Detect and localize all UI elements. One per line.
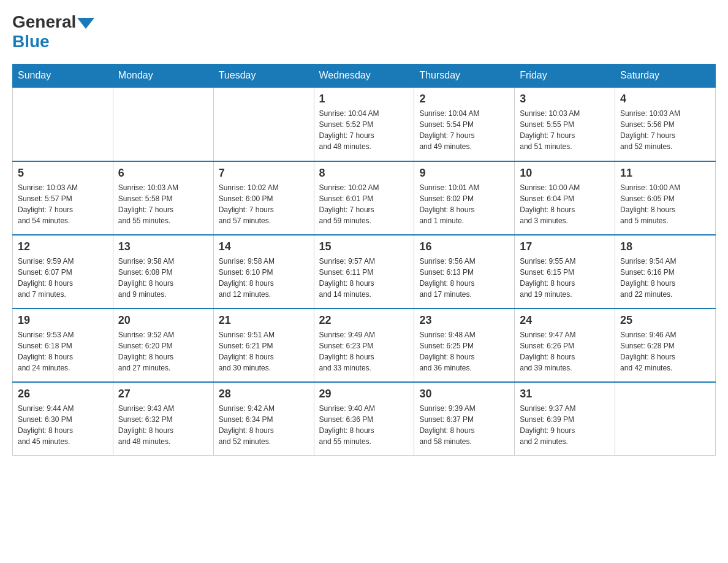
day-cell: 21Sunrise: 9:51 AMSunset: 6:21 PMDayligh… xyxy=(213,308,314,382)
logo-general: General xyxy=(12,12,76,32)
day-info: Sunrise: 10:03 AMSunset: 5:55 PMDaylight… xyxy=(520,108,610,152)
logo: General Blue xyxy=(12,12,94,52)
day-cell xyxy=(13,88,113,161)
day-number: 16 xyxy=(419,240,509,253)
day-cell xyxy=(615,382,716,456)
day-info: Sunrise: 10:04 AMSunset: 5:52 PMDaylight… xyxy=(319,108,409,152)
day-number: 18 xyxy=(620,240,710,253)
weekday-header-tuesday: Tuesday xyxy=(213,64,314,88)
day-number: 1 xyxy=(319,93,409,105)
day-info: Sunrise: 9:43 AMSunset: 6:32 PMDaylight:… xyxy=(118,403,208,447)
day-cell: 11Sunrise: 10:00 AMSunset: 6:05 PMDaylig… xyxy=(615,161,716,235)
day-number: 4 xyxy=(620,93,710,105)
weekday-header-wednesday: Wednesday xyxy=(314,64,414,88)
page-header: General Blue xyxy=(12,12,716,52)
day-info: Sunrise: 9:52 AMSunset: 6:20 PMDaylight:… xyxy=(118,329,208,373)
day-info: Sunrise: 9:59 AMSunset: 6:07 PMDaylight:… xyxy=(18,256,108,300)
day-cell: 17Sunrise: 9:55 AMSunset: 6:15 PMDayligh… xyxy=(515,235,615,308)
day-number: 11 xyxy=(620,167,710,180)
weekday-header-friday: Friday xyxy=(515,64,615,88)
calendar-table: SundayMondayTuesdayWednesdayThursdayFrid… xyxy=(12,64,716,456)
day-info: Sunrise: 10:00 AMSunset: 6:04 PMDaylight… xyxy=(520,182,610,226)
day-info: Sunrise: 9:42 AMSunset: 6:34 PMDaylight:… xyxy=(219,403,309,447)
weekday-header-sunday: Sunday xyxy=(13,64,113,88)
day-cell: 27Sunrise: 9:43 AMSunset: 6:32 PMDayligh… xyxy=(113,382,213,456)
day-cell: 19Sunrise: 9:53 AMSunset: 6:18 PMDayligh… xyxy=(13,308,113,382)
day-cell xyxy=(213,88,314,161)
day-info: Sunrise: 9:53 AMSunset: 6:18 PMDaylight:… xyxy=(18,329,108,373)
day-number: 22 xyxy=(319,314,409,327)
day-cell: 10Sunrise: 10:00 AMSunset: 6:04 PMDaylig… xyxy=(515,161,615,235)
day-cell: 15Sunrise: 9:57 AMSunset: 6:11 PMDayligh… xyxy=(314,235,414,308)
day-number: 3 xyxy=(520,93,610,105)
day-number: 15 xyxy=(319,240,409,253)
day-number: 24 xyxy=(520,314,610,327)
day-info: Sunrise: 9:47 AMSunset: 6:26 PMDaylight:… xyxy=(520,329,610,373)
day-number: 10 xyxy=(520,167,610,180)
day-info: Sunrise: 9:46 AMSunset: 6:28 PMDaylight:… xyxy=(620,329,710,373)
weekday-header-thursday: Thursday xyxy=(414,64,515,88)
day-cell: 12Sunrise: 9:59 AMSunset: 6:07 PMDayligh… xyxy=(13,235,113,308)
week-row-4: 19Sunrise: 9:53 AMSunset: 6:18 PMDayligh… xyxy=(13,308,716,382)
day-cell: 5Sunrise: 10:03 AMSunset: 5:57 PMDayligh… xyxy=(13,161,113,235)
weekday-header-monday: Monday xyxy=(113,64,213,88)
day-number: 31 xyxy=(520,388,610,400)
day-info: Sunrise: 10:03 AMSunset: 5:57 PMDaylight… xyxy=(18,182,108,226)
logo-text: General xyxy=(12,12,94,32)
day-info: Sunrise: 9:54 AMSunset: 6:16 PMDaylight:… xyxy=(620,256,710,300)
day-cell: 7Sunrise: 10:02 AMSunset: 6:00 PMDayligh… xyxy=(213,161,314,235)
day-cell: 9Sunrise: 10:01 AMSunset: 6:02 PMDayligh… xyxy=(414,161,515,235)
day-info: Sunrise: 9:58 AMSunset: 6:08 PMDaylight:… xyxy=(118,256,208,300)
day-cell: 1Sunrise: 10:04 AMSunset: 5:52 PMDayligh… xyxy=(314,88,414,161)
week-row-2: 5Sunrise: 10:03 AMSunset: 5:57 PMDayligh… xyxy=(13,161,716,235)
day-number: 8 xyxy=(319,167,409,180)
day-cell: 3Sunrise: 10:03 AMSunset: 5:55 PMDayligh… xyxy=(515,88,615,161)
day-info: Sunrise: 9:56 AMSunset: 6:13 PMDaylight:… xyxy=(419,256,509,300)
day-number: 5 xyxy=(18,167,108,180)
logo-blue: Blue xyxy=(12,32,50,52)
day-info: Sunrise: 10:02 AMSunset: 6:01 PMDaylight… xyxy=(319,182,409,226)
day-info: Sunrise: 9:37 AMSunset: 6:39 PMDaylight:… xyxy=(520,403,610,447)
day-info: Sunrise: 9:51 AMSunset: 6:21 PMDaylight:… xyxy=(219,329,309,373)
day-number: 28 xyxy=(219,388,309,400)
day-number: 12 xyxy=(18,240,108,253)
day-info: Sunrise: 9:39 AMSunset: 6:37 PMDaylight:… xyxy=(419,403,509,447)
day-cell: 24Sunrise: 9:47 AMSunset: 6:26 PMDayligh… xyxy=(515,308,615,382)
day-number: 13 xyxy=(118,240,208,253)
day-number: 6 xyxy=(118,167,208,180)
day-number: 17 xyxy=(520,240,610,253)
week-row-3: 12Sunrise: 9:59 AMSunset: 6:07 PMDayligh… xyxy=(13,235,716,308)
day-cell: 8Sunrise: 10:02 AMSunset: 6:01 PMDayligh… xyxy=(314,161,414,235)
day-cell: 31Sunrise: 9:37 AMSunset: 6:39 PMDayligh… xyxy=(515,382,615,456)
day-info: Sunrise: 10:02 AMSunset: 6:00 PMDaylight… xyxy=(219,182,309,226)
day-cell: 20Sunrise: 9:52 AMSunset: 6:20 PMDayligh… xyxy=(113,308,213,382)
day-info: Sunrise: 9:55 AMSunset: 6:15 PMDaylight:… xyxy=(520,256,610,300)
day-cell: 28Sunrise: 9:42 AMSunset: 6:34 PMDayligh… xyxy=(213,382,314,456)
day-info: Sunrise: 9:48 AMSunset: 6:25 PMDaylight:… xyxy=(419,329,509,373)
day-number: 2 xyxy=(419,93,509,105)
day-cell: 14Sunrise: 9:58 AMSunset: 6:10 PMDayligh… xyxy=(213,235,314,308)
day-info: Sunrise: 9:57 AMSunset: 6:11 PMDaylight:… xyxy=(319,256,409,300)
week-row-1: 1Sunrise: 10:04 AMSunset: 5:52 PMDayligh… xyxy=(13,88,716,161)
day-info: Sunrise: 9:58 AMSunset: 6:10 PMDaylight:… xyxy=(219,256,309,300)
day-number: 9 xyxy=(419,167,509,180)
day-number: 23 xyxy=(419,314,509,327)
day-number: 7 xyxy=(219,167,309,180)
day-cell: 22Sunrise: 9:49 AMSunset: 6:23 PMDayligh… xyxy=(314,308,414,382)
day-info: Sunrise: 10:04 AMSunset: 5:54 PMDaylight… xyxy=(419,108,509,152)
day-number: 29 xyxy=(319,388,409,400)
weekday-header-row: SundayMondayTuesdayWednesdayThursdayFrid… xyxy=(13,64,716,88)
day-number: 21 xyxy=(219,314,309,327)
day-number: 14 xyxy=(219,240,309,253)
day-cell: 4Sunrise: 10:03 AMSunset: 5:56 PMDayligh… xyxy=(615,88,716,161)
day-number: 27 xyxy=(118,388,208,400)
day-info: Sunrise: 9:40 AMSunset: 6:36 PMDaylight:… xyxy=(319,403,409,447)
day-number: 30 xyxy=(419,388,509,400)
day-cell: 18Sunrise: 9:54 AMSunset: 6:16 PMDayligh… xyxy=(615,235,716,308)
day-number: 19 xyxy=(18,314,108,327)
day-info: Sunrise: 9:44 AMSunset: 6:30 PMDaylight:… xyxy=(18,403,108,447)
day-info: Sunrise: 10:03 AMSunset: 5:56 PMDaylight… xyxy=(620,108,710,152)
day-cell: 6Sunrise: 10:03 AMSunset: 5:58 PMDayligh… xyxy=(113,161,213,235)
logo-arrow-icon xyxy=(77,18,94,29)
day-cell: 30Sunrise: 9:39 AMSunset: 6:37 PMDayligh… xyxy=(414,382,515,456)
